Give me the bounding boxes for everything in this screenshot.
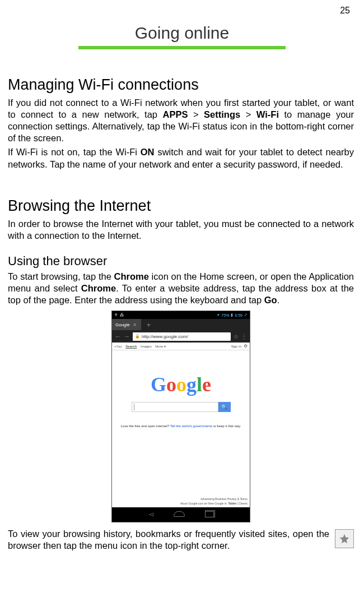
time-text: 6:59	[235, 313, 242, 317]
logo-o2: o	[176, 373, 186, 396]
nav-more[interactable]: More ▾	[155, 345, 165, 348]
tab-row: Google × +	[112, 319, 250, 330]
bold-chrome-1: Chrome	[114, 271, 149, 281]
expand-icon: ⤢	[244, 313, 248, 317]
device-screenshot: ♆ ⁂ ▾ 75% ▮ 6:59 ⤢ Google × +	[111, 311, 250, 522]
logo-l: l	[197, 373, 202, 396]
search-input[interactable]	[132, 402, 218, 412]
google-nav-bar: +You Search Images More ▾ Sign in ⚙	[112, 343, 250, 350]
url-text: http://www.google.com/	[142, 334, 188, 339]
back-button[interactable]: ◅	[148, 510, 153, 518]
bottom-text-wrap: To view your browsing history, bookmarks…	[8, 528, 354, 554]
paragraph-wifi-2: If Wi-Fi is not on, tap the Wi-Fi ON swi…	[8, 146, 354, 170]
new-tab-button[interactable]: +	[141, 321, 157, 329]
address-bar[interactable]: 🔒 http://www.google.com/	[133, 332, 231, 341]
bookmarks-icon	[335, 529, 354, 548]
nav-you[interactable]: +You	[114, 345, 122, 348]
bold-chrome-2: Chrome	[81, 283, 116, 293]
footer-line2-bold: Tablet	[228, 502, 236, 505]
google-logo: G o o g l e	[151, 373, 211, 396]
footer-line2: About Google.com.tw View Google in: Tabl…	[114, 502, 248, 506]
page-number: 25	[340, 6, 350, 16]
heading-wifi: Managing Wi-Fi connections	[8, 76, 354, 94]
battery-text: 75%	[221, 313, 229, 317]
logo-g1: G	[151, 373, 166, 396]
search-wrap: 🔍	[132, 402, 231, 412]
android-nav-bar: ◅	[112, 507, 250, 521]
menu-icon[interactable]: ⋮	[241, 334, 247, 340]
bold-wifi: Wi-Fi	[256, 109, 279, 119]
bold-apps: APPS	[163, 109, 188, 119]
lock-icon: 🔒	[135, 334, 140, 339]
status-bar: ♆ ⁂ ▾ 75% ▮ 6:59 ⤢	[112, 311, 250, 319]
gear-icon[interactable]: ⚙	[244, 344, 248, 349]
text: >	[188, 109, 204, 119]
paragraph-using-browser: To start browsing, tap the Chrome icon o…	[8, 271, 354, 306]
text: .	[277, 295, 280, 305]
page-title: Going online	[0, 24, 364, 43]
bold-settings: Settings	[204, 109, 240, 119]
page-body: G o o g l e 🔍 Love the free and open int…	[112, 350, 250, 507]
search-button[interactable]: 🔍	[218, 402, 231, 412]
tagline-post: to keep it that way.	[212, 424, 241, 428]
tab-title: Google	[115, 322, 130, 327]
gnav-right: Sign in ⚙	[231, 344, 248, 349]
footer-line2-post: | Classic	[236, 502, 248, 505]
back-icon[interactable]: ←	[115, 333, 121, 340]
gnav-left: +You Search Images More ▾	[114, 344, 169, 348]
paragraph-wifi-1: If you did not connect to a Wi-Fi networ…	[8, 97, 354, 144]
bold-on: ON	[141, 147, 155, 157]
tagline-link[interactable]: Tell the world's governments	[170, 424, 213, 428]
title-block: Going online	[0, 24, 364, 49]
status-left: ♆ ⁂	[114, 313, 124, 317]
bold-go: Go	[264, 295, 277, 305]
close-icon[interactable]: ×	[133, 322, 137, 328]
content-area: Managing Wi-Fi connections If you did no…	[0, 76, 364, 554]
nav-signin[interactable]: Sign in	[231, 345, 241, 348]
url-row: ← → 🔒 http://www.google.com/ ☆ ⋮	[112, 330, 250, 343]
paragraph-history: To view your browsing history, bookmarks…	[8, 528, 329, 552]
text-cursor	[134, 404, 134, 410]
psi-icon: ♆	[114, 313, 118, 317]
logo-e: e	[202, 373, 211, 396]
google-footer: Advertising Business Privacy & Terms Abo…	[112, 496, 250, 507]
star-icon[interactable]: ☆	[234, 334, 239, 340]
screenshot-container: ♆ ⁂ ▾ 75% ▮ 6:59 ⤢ Google × +	[8, 311, 354, 525]
recent-button[interactable]	[205, 511, 214, 517]
forward-icon[interactable]: →	[124, 333, 130, 340]
nav-search[interactable]: Search	[125, 345, 137, 348]
logo-o1: o	[166, 373, 176, 396]
browser-chrome: Google × + ← → 🔒 http://www.google.com/ …	[112, 319, 250, 343]
status-right: ▾ 75% ▮ 6:59 ⤢	[217, 313, 248, 317]
tagline-pre: Love the free and open internet?	[120, 424, 170, 428]
logo-g2: g	[186, 373, 197, 396]
footer-line2-pre: About Google.com.tw View Google in:	[180, 502, 228, 505]
text: >	[240, 109, 256, 119]
wifi-icon: ▾	[217, 313, 220, 317]
text: To start browsing, tap the	[8, 271, 114, 281]
sun-icon: ⁂	[120, 313, 124, 317]
heading-browsing: Browsing the Internet	[8, 197, 354, 215]
nav-images[interactable]: Images	[141, 345, 152, 348]
browser-tab[interactable]: Google ×	[112, 319, 141, 330]
tagline: Love the free and open internet? Tell th…	[120, 424, 241, 428]
magnifier-icon: 🔍	[221, 404, 227, 410]
text: If Wi-Fi is not on, tap the Wi-Fi	[8, 147, 141, 157]
paragraph-browsing-intro: In order to browse the Internet with you…	[8, 218, 354, 242]
title-underline	[78, 46, 286, 49]
footer-line1: Advertising Business Privacy & Terms	[114, 497, 248, 502]
home-button[interactable]	[174, 511, 185, 517]
battery-icon: ▮	[231, 313, 233, 317]
heading-using-browser: Using the browser	[8, 254, 354, 269]
